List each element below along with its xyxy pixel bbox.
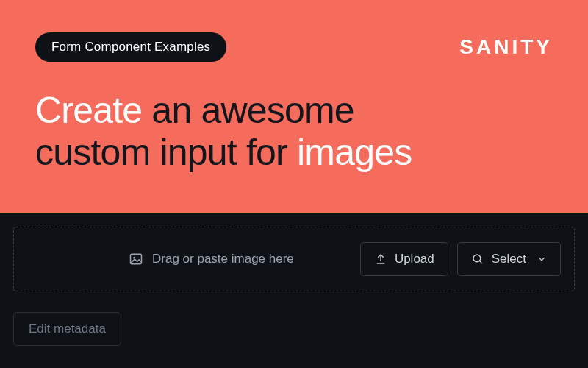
chevron-down-icon [537,254,547,264]
upload-panel: Drag or paste image here Upload Select [0,213,588,346]
category-badge: Form Component Examples [35,32,226,62]
page-title: Create an awesome custom input for image… [35,90,553,174]
upload-button-label: Upload [395,252,434,266]
headline-word-images: images [297,132,412,173]
hero-banner: Form Component Examples SANITY Create an… [0,0,588,213]
brand-logo: SANITY [459,35,553,59]
dropzone-label: Drag or paste image here [27,252,351,266]
edit-metadata-button[interactable]: Edit metadata [13,312,121,346]
upload-icon [374,252,387,266]
edit-metadata-label: Edit metadata [29,322,106,336]
select-button-label: Select [492,252,526,266]
svg-point-2 [473,255,481,262]
search-icon [471,252,484,266]
headline-segment-2: custom input for [35,132,297,173]
dropzone-hint-text: Drag or paste image here [152,252,294,266]
headline-word-create: Create [35,90,142,131]
select-button[interactable]: Select [457,242,561,276]
headline-segment-1: an awesome [142,90,354,131]
image-icon [129,252,143,266]
image-dropzone[interactable]: Drag or paste image here Upload Select [13,227,575,291]
svg-rect-0 [131,254,142,263]
upload-button[interactable]: Upload [360,242,448,276]
